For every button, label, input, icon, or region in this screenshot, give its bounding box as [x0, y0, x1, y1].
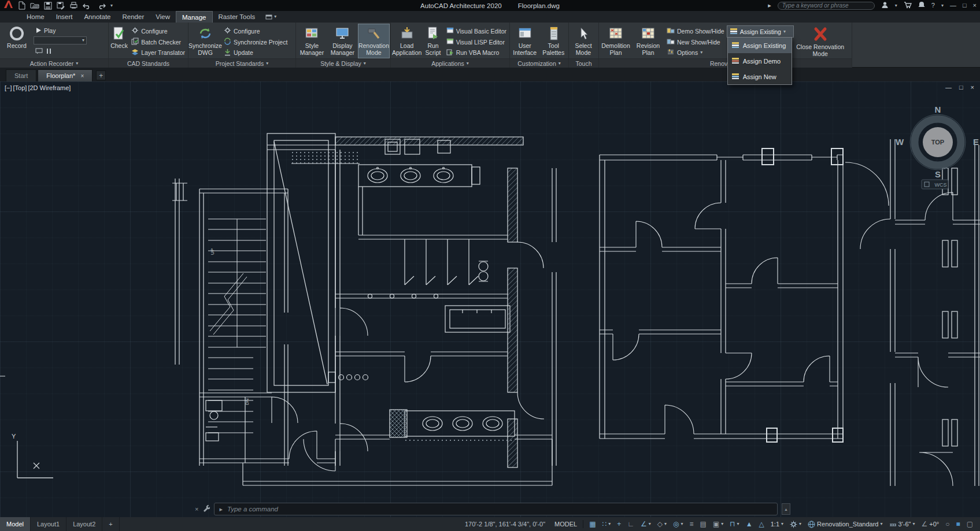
panel-label-project-standards[interactable]: Project Standards▾ [188, 58, 295, 68]
autocad-logo-icon[interactable] [3, 0, 13, 11]
selection-cycling-icon[interactable]: ▣▾ [711, 518, 726, 530]
close-tab-icon[interactable]: × [80, 73, 84, 79]
panel-label-style-display[interactable]: Style & Display▾ [296, 58, 390, 68]
search-expand-icon[interactable]: ▸ [768, 2, 771, 9]
menu-item-assign-demo[interactable]: Assign Demo [728, 53, 792, 69]
compass-north-label[interactable]: N [935, 105, 941, 114]
configure-standards-button[interactable]: Configure [130, 26, 187, 36]
add-layout-button[interactable]: + [102, 517, 119, 531]
sign-in-caret-icon[interactable]: ▾ [895, 3, 897, 8]
tab-insert[interactable]: Insert [50, 11, 79, 23]
plot-icon[interactable] [69, 2, 78, 9]
command-input[interactable] [227, 506, 772, 513]
style-manager-button[interactable]: Style Manager [297, 24, 327, 58]
update-standards-button[interactable]: Update [222, 47, 289, 58]
sign-in-icon[interactable] [881, 1, 889, 11]
open-file-icon[interactable] [30, 2, 39, 9]
viewport-view-control[interactable]: [Top] [13, 84, 27, 91]
tab-annotate[interactable]: Annotate [78, 11, 116, 23]
app-store-icon[interactable] [904, 1, 912, 11]
isodraft-icon[interactable]: ◇▾ [655, 518, 669, 530]
redo-icon[interactable] [97, 2, 106, 9]
tab-floorplan[interactable]: Floorplan* × [38, 69, 93, 81]
insert-message-icon[interactable] [35, 46, 43, 57]
ortho-icon[interactable]: ∟ [625, 518, 637, 530]
panel-label-customization[interactable]: Customization▾ [510, 58, 568, 68]
compass-east-label[interactable]: E [973, 137, 979, 147]
visual-lisp-editor-button[interactable]: Visual LISP Editor [445, 37, 508, 47]
save-as-icon[interactable] [57, 2, 65, 10]
compass-south-label[interactable]: S [935, 169, 941, 179]
demolition-plan-button[interactable]: Demolition Plan [600, 24, 631, 58]
command-customize-icon[interactable] [202, 504, 210, 514]
tab-start[interactable]: Start [6, 69, 36, 81]
drawing-canvas[interactable]: [−] [Top] [2D Wireframe] — □ × [0, 81, 980, 517]
menu-item-assign-existing[interactable]: Assign Existing [728, 38, 792, 53]
panel-label-renovation[interactable]: Renovation [599, 58, 852, 68]
model-space-button[interactable]: MODEL [552, 518, 579, 530]
record-button[interactable]: Record [1, 24, 32, 58]
insert-pause-icon[interactable] [46, 46, 52, 57]
help-icon[interactable]: ? [931, 2, 935, 9]
osnap-icon[interactable]: ⊓▾ [727, 518, 741, 530]
command-history-scroll-icon[interactable]: ▲ [782, 503, 790, 515]
tab-manage[interactable]: Manage [176, 11, 213, 23]
tab-render[interactable]: Render [117, 11, 150, 23]
minimize-window-icon[interactable]: — [950, 2, 956, 9]
compass-west-label[interactable]: W [896, 137, 904, 147]
tab-view[interactable]: View [150, 11, 176, 23]
demo-show-hide-button[interactable]: Demo Show/Hide [665, 26, 726, 36]
transparency-icon[interactable]: ▤ [698, 518, 709, 530]
viewport-close-icon[interactable]: × [971, 84, 974, 91]
rotation-indicator[interactable]: ∠+0° [919, 518, 941, 530]
close-renovation-mode-button[interactable]: Close Renovation Mode [794, 24, 846, 58]
layout-tab-model[interactable]: Model [0, 517, 31, 531]
maximize-window-icon[interactable]: □ [963, 2, 967, 9]
search-field[interactable] [778, 2, 875, 10]
tool-palettes-button[interactable]: Tool Palettes [540, 24, 568, 58]
autosnap-icon[interactable]: ◎▾ [671, 518, 686, 530]
qat-menu-icon[interactable]: ▾ [110, 3, 113, 8]
dynamic-input-icon[interactable]: + [615, 518, 623, 530]
graphics-performance-icon[interactable]: ■ [953, 518, 962, 530]
viewport-minimize-control[interactable]: [−] [5, 84, 12, 91]
visual-basic-editor-button[interactable]: Visual Basic Editor [445, 26, 508, 36]
annotation-visibility-icon[interactable]: ▲ [744, 518, 755, 530]
new-drawing-tab-button[interactable]: + [96, 70, 106, 80]
display-manager-button[interactable]: Display Manager [328, 24, 357, 58]
layout-tab-layout2[interactable]: Layout2 [66, 517, 102, 531]
close-window-icon[interactable]: × [973, 2, 977, 9]
action-macro-select[interactable]: ▾ [34, 36, 87, 44]
synchronize-dwg-button[interactable]: Synchronize DWG [190, 24, 221, 58]
autoscale-icon[interactable]: △ [757, 518, 767, 530]
view-compass[interactable]: N W E S TOP WCS [896, 105, 979, 189]
isolate-objects-icon[interactable]: ○ [943, 518, 952, 530]
run-vba-macro-button[interactable]: Run VBA Macro [445, 47, 508, 58]
panel-label-cad-standards[interactable]: CAD Standards [109, 58, 188, 68]
clean-screen-icon[interactable]: ▢ [964, 518, 975, 530]
notification-bell-icon[interactable] [918, 1, 925, 11]
menu-item-assign-new[interactable]: Assign New [728, 69, 792, 84]
load-application-button[interactable]: Load Application [392, 24, 421, 58]
panel-label-action-recorder[interactable]: Action Recorder▾ [0, 58, 108, 68]
layer-translator-button[interactable]: Layer Translator [130, 47, 187, 58]
ribbon-display-toggle[interactable]: ▾ [261, 11, 281, 23]
panel-label-touch[interactable]: Touch [569, 58, 598, 68]
annotation-scale-button[interactable]: 1:1▾ [768, 518, 786, 530]
user-interface-button[interactable]: User Interface [511, 24, 539, 58]
renovation-workspace-selector[interactable]: Renovation_Standard ▾ [805, 518, 885, 530]
help-caret-icon[interactable]: ▾ [941, 3, 944, 8]
command-input-wrap[interactable]: ▸ [214, 503, 778, 515]
select-mode-button[interactable]: Select Mode [570, 24, 597, 58]
configure-project-button[interactable]: Configure [222, 26, 289, 36]
check-standards-button[interactable]: Check [110, 24, 128, 58]
tab-raster-tools[interactable]: Raster Tools [213, 11, 261, 23]
save-icon[interactable] [44, 2, 52, 10]
workspace-gear-icon[interactable]: ▾ [787, 518, 804, 530]
viewport-minimize-icon[interactable]: — [945, 84, 952, 91]
revision-plan-button[interactable]: Revision Plan [633, 24, 664, 58]
snap-icon[interactable]: ∷▾ [600, 518, 613, 530]
lineweight-icon[interactable]: ≡ [687, 518, 696, 530]
grid-icon[interactable]: ▦ [587, 518, 598, 530]
renovation-options-button[interactable]: Options ▾ [665, 47, 726, 58]
